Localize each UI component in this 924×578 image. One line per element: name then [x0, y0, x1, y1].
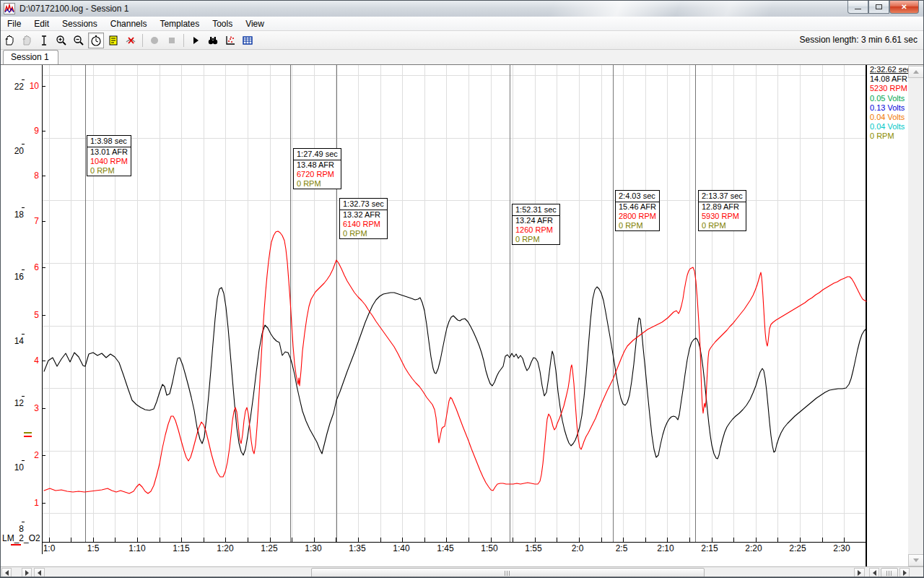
afr-axis-label-20: 20 — [8, 146, 24, 156]
x-axis-label-1:15: 1:15 — [173, 543, 190, 553]
callout-afr: 13.32 AFR — [340, 210, 387, 220]
callout-time: 1:3.98 sec — [87, 136, 131, 147]
callout-rpm2: 0 RPM — [616, 221, 659, 230]
rpm-axis-label-3: 3 — [27, 403, 39, 413]
afr-axis-tick — [22, 522, 25, 522]
stopwatch-icon[interactable] — [88, 33, 104, 48]
marker-callout-1[interactable]: 1:27.49 sec13.48 AFR6720 RPM0 RPM — [293, 148, 341, 189]
tab-bar: Session 1 — [1, 50, 923, 64]
rpm-axis-label-10: 10 — [27, 81, 39, 91]
marker-callout-5[interactable]: 2:13.37 sec12.89 AFR5930 RPM0 RPM — [698, 190, 746, 231]
legend-line-3: 0.05 Volts — [868, 94, 908, 103]
axis-current-value-dash-1 — [24, 436, 32, 437]
callout-afr: 13.48 AFR — [294, 160, 341, 170]
marker-callout-2[interactable]: 1:32.73 sec13.32 AFR6140 RPM0 RPM — [339, 198, 388, 239]
legend-line-7: 0 RPM — [868, 131, 908, 141]
ibeam-cursor-icon[interactable] — [36, 33, 52, 48]
callout-rpm2: 0 RPM — [294, 179, 341, 189]
minimize-button[interactable] — [847, 1, 868, 14]
callout-afr: 13.01 AFR — [87, 147, 131, 157]
afr-axis-tick — [22, 79, 25, 80]
scroll-down-button[interactable] — [908, 554, 924, 566]
menu-item-tools[interactable]: Tools — [206, 17, 239, 30]
callout-rpm: 6720 RPM — [294, 170, 341, 179]
afr-axis-label-22: 22 — [8, 82, 24, 92]
rpm-axis-label-4: 4 — [27, 355, 39, 366]
x-axis-label-2:30: 2:30 — [833, 543, 850, 553]
callout-time: 1:27.49 sec — [294, 149, 341, 160]
record-disabled-icon[interactable] — [147, 33, 162, 48]
minimize-icon — [855, 9, 861, 11]
plot-area: 1:01:51:101:151:201:251:301:351:401:451:… — [42, 65, 867, 567]
x-axis-label-1:20: 1:20 — [217, 543, 234, 553]
x-axis-label-1:30: 1:30 — [305, 543, 322, 553]
notes-icon[interactable] — [105, 33, 121, 48]
x-axis-label-2:10: 2:10 — [657, 543, 674, 553]
afr-axis-tick — [22, 460, 25, 461]
maximize-button[interactable] — [868, 1, 889, 14]
thumb-grip-icon — [886, 571, 893, 576]
rpm-axis-label-2: 2 — [27, 450, 39, 460]
scroll-up-button[interactable] — [908, 66, 924, 78]
x-axis-label-1:35: 1:35 — [349, 543, 366, 553]
callout-rpm2: 0 RPM — [87, 166, 131, 176]
x-axis-label-1:0: 1:0 — [43, 543, 56, 553]
zoom-out-icon[interactable] — [71, 33, 87, 48]
session-length-value: 3 min 6.61 sec — [861, 35, 918, 45]
x-axis-label-2:25: 2:25 — [789, 543, 806, 553]
data-table-icon[interactable] — [240, 33, 256, 48]
menu-item-templates[interactable]: Templates — [153, 17, 206, 30]
toolbar: Session length: 3 min 6.61 sec — [1, 31, 923, 50]
tab-session-1[interactable]: Session 1 — [3, 50, 58, 64]
find-binoculars-icon[interactable] — [205, 33, 221, 48]
marker-callout-3[interactable]: 1:52.31 sec13.24 AFR1260 RPM0 RPM — [512, 204, 560, 245]
window-title: D:\07172100.log - Session 1 — [19, 4, 128, 14]
callout-rpm2: 0 RPM — [340, 229, 387, 238]
menu-item-edit[interactable]: Edit — [27, 17, 56, 30]
scatter-chart-icon[interactable] — [222, 33, 238, 48]
channel-label: LM_2_O2 — [2, 533, 41, 543]
marker-callout-0[interactable]: 1:3.98 sec13.01 AFR1040 RPM0 RPM — [87, 135, 131, 176]
pan-hand-disabled-icon[interactable] — [19, 33, 35, 48]
toolbar-separator — [183, 34, 184, 47]
callout-rpm: 6140 RPM — [340, 220, 387, 229]
x-axis-label-1:40: 1:40 — [393, 543, 410, 553]
arrow-up-icon — [913, 70, 919, 74]
session-length-label: Session length: — [800, 35, 859, 45]
play-icon[interactable] — [188, 33, 204, 48]
afr-axis-label-16: 16 — [8, 272, 24, 282]
callout-rpm2: 0 RPM — [513, 235, 559, 244]
trace-afr-lm-2-o2- — [44, 287, 866, 459]
x-axis-label-2:5: 2:5 — [616, 543, 628, 553]
arrow-left-icon — [5, 570, 9, 576]
arrow-down-icon — [913, 558, 919, 562]
afr-axis-tick — [22, 269, 25, 270]
zoom-in-icon[interactable] — [53, 33, 69, 48]
close-button[interactable]: ✕ — [889, 1, 919, 14]
callout-time: 2:13.37 sec — [699, 191, 746, 202]
vertical-scrollbar[interactable] — [908, 65, 924, 567]
thumb-grip-icon — [505, 571, 511, 576]
rpm-axis-label-1: 1 — [27, 498, 39, 508]
stop-disabled-icon[interactable] — [164, 33, 180, 48]
menu-item-channels[interactable]: Channels — [104, 17, 154, 30]
afr-axis-label-12: 12 — [8, 398, 24, 408]
arrow-right-icon — [903, 570, 907, 576]
close-icon: ✕ — [901, 3, 907, 11]
afr-axis-tick — [22, 207, 25, 208]
menu-item-file[interactable]: File — [1, 17, 27, 30]
callout-afr: 15.46 AFR — [616, 202, 659, 212]
chart-region: LM_2_O2 22201816141210810987654321 1:01:… — [1, 64, 924, 566]
x-axis-label-2:20: 2:20 — [745, 543, 762, 553]
afr-axis-label-14: 14 — [8, 336, 24, 346]
menu-item-sessions[interactable]: Sessions — [56, 17, 104, 30]
marker-callout-4[interactable]: 2:4.03 sec15.46 AFR2800 RPM0 RPM — [615, 190, 660, 231]
titlebar-gloss — [431, 1, 838, 17]
x-axis-label-2:0: 2:0 — [572, 543, 584, 553]
session-length: Session length: 3 min 6.61 sec — [800, 35, 918, 45]
x-axis-label-1:50: 1:50 — [481, 543, 498, 553]
pan-hand-icon[interactable] — [1, 33, 17, 48]
menu-item-view[interactable]: View — [239, 17, 271, 30]
delete-marker-icon[interactable] — [123, 33, 139, 48]
callout-rpm: 1260 RPM — [513, 225, 559, 235]
